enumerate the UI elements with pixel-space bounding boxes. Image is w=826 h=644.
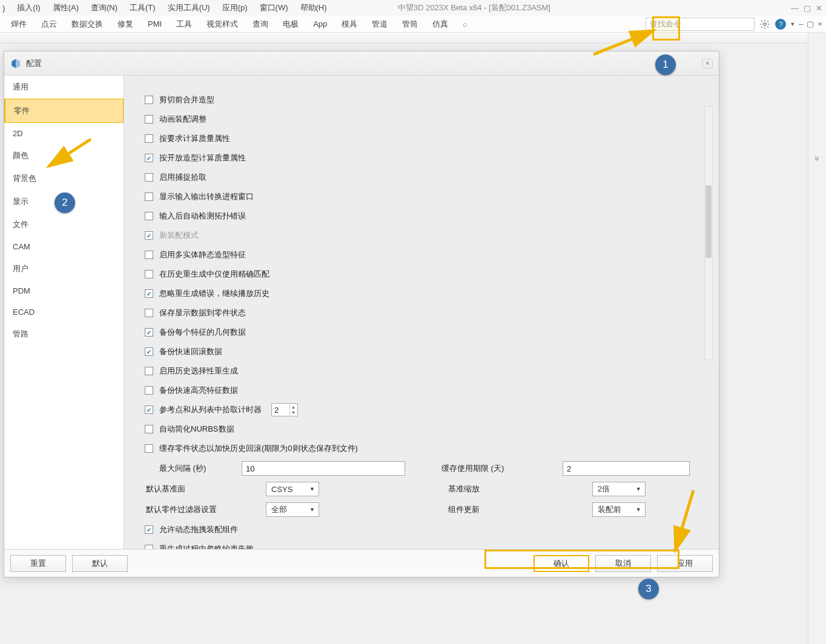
menu-help[interactable]: 帮助(H) [294,1,333,15]
tab-tube[interactable]: 管筒 [395,16,425,32]
cat-bgcolor[interactable]: 背景色 [4,167,124,190]
chk-show-io-progress[interactable]: 显示输入输出转换进程窗口 [145,187,690,206]
dialog-close-button[interactable]: ✕ [702,59,713,68]
default-button[interactable]: 默认 [72,555,128,572]
chk-save-display-state[interactable]: 保存显示数据到零件状态 [145,303,690,323]
chk-backup-rollback[interactable]: 备份快速回滚数据 [145,342,690,361]
tab-dataex[interactable]: 数据交换 [64,16,110,32]
cat-user[interactable]: 用户 [4,257,124,280]
help-icon[interactable]: ? [775,19,786,30]
tab-weld[interactable]: 焊件 [4,16,34,32]
expand-arrow-icon[interactable]: » [812,156,822,161]
menu-tools[interactable]: 工具(T) [124,1,162,15]
chk-merge-before-cut[interactable]: 剪切前合并造型 [145,90,690,110]
chk-enable-snap-pick[interactable]: 启用捕捉拾取 [145,168,690,187]
minimize-icon[interactable]: ― [791,4,799,13]
menu-attr[interactable]: 属性(A) [47,1,85,15]
close-icon[interactable]: ✕ [816,4,822,13]
dialog-icon [10,58,21,69]
config-dialog: 配置 ✕ 通用 零件 2D 颜色 背景色 显示 文件 CAM 用户 PDM EC… [4,51,719,577]
chk-selective-regen[interactable]: 启用历史选择性重生成 [145,361,690,381]
input-cache-limit[interactable]: 2 [563,461,690,476]
tab-repair[interactable]: 修复 [110,16,140,32]
chk-mass-open-shape[interactable]: 按开放造型计算质量属性 [145,148,690,168]
category-list: 通用 零件 2D 颜色 背景色 显示 文件 CAM 用户 PDM ECAD 管路 [4,76,124,549]
scrollbar[interactable] [704,106,713,360]
chk-exact-match-regen[interactable]: 在历史重生成中仅使用精确匹配 [145,264,690,284]
tab-tools[interactable]: 工具 [169,16,199,32]
tab-electrode[interactable]: 电极 [276,16,306,32]
menu-app[interactable]: 应用(p) [216,1,254,15]
lbl-base-scale: 基准缩放 [447,484,592,494]
cat-2d[interactable]: 2D [4,123,124,144]
mdi-max-icon[interactable]: ▢ [807,19,814,28]
ribbon-tabs: 焊件 点云 数据交换 修复 PMI 工具 视觉样式 查询 电极 App 模具 管… [0,16,826,33]
chk-backup-feature-geo[interactable]: 备份每个特征的几何数据 [145,323,690,342]
chk-nurbs[interactable]: 自动简化NURBS数据 [145,419,690,439]
settings-panel: 剪切前合并造型 动画装配调整 按要求计算质量属性 按开放造型计算质量属性 启用捕… [124,76,719,549]
cat-cam[interactable]: CAM [4,236,124,257]
search-tab-icon[interactable]: ⌕ [455,17,475,31]
chk-allow-drag[interactable]: 允许动态拖拽装配组件 [145,520,690,539]
right-panel-collapsed[interactable]: » [808,33,826,644]
cat-display[interactable]: 显示 [4,190,124,213]
chk-ignore-constraint[interactable]: 重生成过程中忽略约束失败 [145,539,690,549]
lbl-max-interval: 最大间隔 (秒) [145,463,242,474]
combo-default-filter[interactable]: 全部▼ [266,502,319,517]
chk-timer[interactable]: 参考点和从列表中拾取计时器 2 ▲▼ [145,400,690,419]
label: 备份快速回滚数据 [159,346,222,357]
menu-insert[interactable]: 插入(I) [11,1,46,15]
chk-multibody-static[interactable]: 启用多实体静态造型特征 [145,245,690,264]
scrollbar-thumb[interactable] [705,185,712,258]
menubar: ) 插入(I) 属性(A) 查询(N) 工具(T) 实用工具(U) 应用(p) … [0,0,826,16]
tab-app[interactable]: App [306,17,334,31]
cat-ecad[interactable]: ECAD [4,301,124,323]
timer-spinner[interactable]: 2 ▲▼ [271,403,298,416]
tab-pmi[interactable]: PMI [140,17,169,31]
combo-default-plane[interactable]: CSYS▼ [266,482,319,496]
restore-icon[interactable]: ▢ [804,4,811,13]
tab-query[interactable]: 查询 [245,16,276,32]
tab-pipe[interactable]: 管道 [365,16,395,32]
chk-mass-on-demand[interactable]: 按要求计算质量属性 [145,129,690,148]
dialog-titlebar: 配置 ✕ [4,51,719,76]
menu-query[interactable]: 查询(N) [85,1,124,15]
chk-new-asm-mode: 新装配模式 [145,226,690,245]
chk-anim-asm-adjust[interactable]: 动画装配调整 [145,110,690,129]
apply-button[interactable]: 应用 [657,555,713,572]
cat-part[interactable]: 零件 [4,99,124,123]
cat-general[interactable]: 通用 [4,76,124,99]
label: 新装配模式 [159,230,199,241]
chk-cache-state[interactable]: 缓存零件状态以加快历史回滚(期限为0则状态保存到文件) [145,439,690,458]
mdi-close-icon[interactable]: × [818,19,822,28]
label: 允许动态拖拽装配组件 [159,524,238,535]
chk-check-topology[interactable]: 输入后自动检测拓扑错误 [145,206,690,226]
cancel-button[interactable]: 取消 [595,555,651,572]
cat-pipe[interactable]: 管路 [4,323,124,346]
label: 参考点和从列表中拾取计时器 [159,404,262,415]
cat-pdm[interactable]: PDM [4,280,124,301]
menu-window[interactable]: 窗口(W) [254,1,294,15]
tab-sim[interactable]: 仿真 [425,16,455,32]
tab-pointcloud[interactable]: 点云 [34,16,64,32]
label: 在历史重生成中仅使用精确匹配 [159,269,269,280]
input-max-interval[interactable]: 10 [242,461,405,476]
search-input[interactable]: 查找命令 [646,18,755,31]
chk-backup-highlight[interactable]: 备份快速高亮特征数据 [145,381,690,400]
reset-button[interactable]: 重置 [10,555,66,572]
chk-ignore-regen-err[interactable]: 忽略重生成错误，继续播放历史 [145,284,690,303]
tab-mold[interactable]: 模具 [334,16,365,32]
tab-visual[interactable]: 视觉样式 [199,16,245,32]
menu-util[interactable]: 实用工具(U) [162,1,216,15]
cat-color[interactable]: 颜色 [4,144,124,167]
label: 显示输入输出转换进程窗口 [159,191,254,202]
gear-icon[interactable] [758,18,771,31]
label: 缓存零件状态以加快历史回滚(期限为0则状态保存到文件) [159,443,358,454]
ok-button[interactable]: 确认 [534,555,589,572]
combo-base-scale[interactable]: 2倍▼ [592,482,646,496]
cat-file[interactable]: 文件 [4,213,124,236]
menu-cut[interactable]: ) [2,2,11,15]
mdi-min-icon[interactable]: – [799,19,803,28]
combo-component-update[interactable]: 装配前▼ [592,502,646,517]
dropdown-icon[interactable]: ▼ [790,21,795,27]
